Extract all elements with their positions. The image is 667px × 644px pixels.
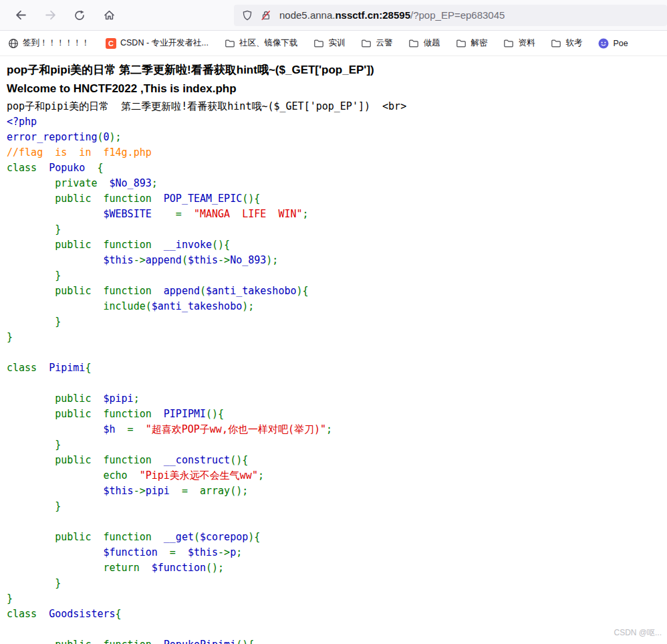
back-button[interactable] — [9, 5, 32, 26]
browser-chrome: node5.anna.nssctf.cn:28595/?pop_EP=ep683… — [0, 0, 667, 56]
code-line: //flag is in f14g.php — [7, 145, 660, 160]
code-line: } — [7, 591, 660, 607]
bookmark-label: CSDN - 专业开发者社... — [120, 37, 209, 49]
code-line — [7, 376, 660, 391]
code-line — [7, 514, 660, 530]
folder-icon — [503, 38, 514, 49]
page-content: pop子和pipi美的日常 第二季更新啦!看番获取hint哦~($_GET['p… — [0, 56, 667, 644]
bookmark-item[interactable]: 做题 — [408, 37, 440, 49]
bookmark-label: 实训 — [328, 37, 345, 49]
folder-icon — [313, 38, 324, 49]
tracking-protection-shield-icon[interactable] — [242, 10, 253, 21]
browser-toolbar: node5.anna.nssctf.cn:28595/?pop_EP=ep683… — [0, 0, 667, 31]
code-line: public function __construct(){ — [7, 453, 660, 468]
code-line: $this->append($this->No_893); — [7, 253, 660, 268]
url-text: node5.anna.nssctf.cn:28595/?pop_EP=ep683… — [279, 9, 505, 21]
folder-icon — [361, 38, 372, 49]
code-line: } — [7, 499, 660, 514]
code-line: error_reporting(0); — [7, 130, 660, 145]
home-icon — [104, 9, 115, 21]
code-line: $function = $this->p; — [7, 545, 660, 560]
bookmark-label: 软考 — [565, 37, 582, 49]
bookmark-item[interactable]: Poe — [598, 38, 628, 49]
csdn-watermark: CSDN @呕... — [612, 627, 664, 639]
bookmark-label: 做题 — [423, 37, 440, 49]
folder-icon — [456, 38, 466, 49]
welcome-text: Welcome to HNCTF2022 ,This is index.php — [7, 82, 660, 96]
code-line — [7, 345, 660, 360]
code-line: } — [7, 330, 660, 345]
bookmark-label: 资料 — [518, 37, 535, 49]
code-line: <?php — [7, 114, 660, 130]
bookmark-item[interactable]: CCSDN - 专业开发者社... — [106, 37, 209, 49]
php-source-code: <?phperror_reporting(0);//flag is in f14… — [7, 114, 660, 644]
code-line: public $pipi; — [7, 391, 660, 407]
reload-icon — [74, 10, 85, 21]
code-line: class Pipimi{ — [7, 360, 660, 376]
bookmark-label: 云警 — [376, 37, 392, 49]
bookmark-item[interactable]: 云警 — [361, 37, 392, 49]
code-line: $h = "超喜欢POP子ww,你也一样对吧(举刀)"; — [7, 422, 660, 437]
code-line — [7, 622, 660, 637]
code-line: include($anti_takeshobo); — [7, 299, 660, 314]
csdn-icon: C — [106, 38, 116, 49]
code-line: public function PopukoPipimi(){ — [7, 637, 660, 644]
echo-output-line: pop子和pipi美的日常 第二季更新啦!看番获取hint哦~($_GET['p… — [7, 99, 660, 114]
code-line: public function append($anti_takeshobo){ — [7, 284, 660, 299]
bookmark-item[interactable]: 解密 — [456, 37, 487, 49]
code-line: public function __invoke(){ — [7, 237, 660, 253]
url-domain: nssctf.cn — [335, 9, 379, 21]
folder-icon — [225, 38, 235, 49]
code-line: } — [7, 222, 660, 237]
code-line: public function PIPIPMI(){ — [7, 407, 660, 422]
url-subdomain: node5.anna. — [279, 9, 335, 21]
bookmark-label: 社区、镜像下载 — [239, 37, 298, 49]
forward-arrow-icon — [45, 9, 56, 21]
bookmark-label: 解密 — [471, 37, 487, 49]
bookmark-item[interactable]: 签到！！！！！！ — [8, 37, 90, 49]
bookmark-item[interactable]: 资料 — [503, 37, 535, 49]
reload-button[interactable] — [68, 5, 91, 26]
home-button[interactable] — [98, 5, 120, 26]
url-path: /?pop_EP=ep683045 — [410, 9, 505, 21]
folder-icon — [408, 38, 419, 49]
poe-icon — [598, 38, 609, 49]
code-line: } — [7, 268, 660, 284]
forward-button[interactable] — [39, 5, 61, 26]
bookmark-item[interactable]: 实训 — [313, 37, 345, 49]
bookmark-item[interactable]: 社区、镜像下载 — [225, 37, 298, 49]
code-line: class Popuko { — [7, 160, 660, 176]
code-line: } — [7, 314, 660, 330]
url-port: :28595 — [379, 9, 410, 21]
bookmark-item[interactable]: 软考 — [551, 37, 582, 49]
code-line: private $No_893; — [7, 176, 660, 191]
code-line: $this->pipi = array(); — [7, 484, 660, 499]
code-line: public function POP_TEAM_EPIC(){ — [7, 191, 660, 207]
address-bar[interactable]: node5.anna.nssctf.cn:28595/?pop_EP=ep683… — [234, 5, 667, 26]
code-line: public function __get($corepop){ — [7, 530, 660, 545]
bookmark-label: Poe — [613, 39, 628, 48]
bookmark-label: 签到！！！！！！ — [23, 37, 90, 49]
page-title: pop子和pipi美的日常 第二季更新啦!看番获取hint哦~($_GET['p… — [7, 63, 660, 78]
code-line: return $function(); — [7, 560, 660, 576]
code-line: class Goodsisters{ — [7, 607, 660, 622]
code-line: echo "Pipi美永远不会生气ww"; — [7, 468, 660, 484]
folder-icon — [551, 38, 561, 49]
code-line: } — [7, 576, 660, 591]
code-line: } — [7, 437, 660, 453]
back-arrow-icon — [15, 9, 27, 21]
insecure-connection-lock-icon[interactable] — [261, 10, 271, 21]
code-line: $WEBSITE = "MANGA LIFE WIN"; — [7, 207, 660, 222]
globe-icon — [8, 38, 19, 49]
bookmarks-bar: 签到！！！！！！CCSDN - 专业开发者社...社区、镜像下载实训云警做题解密… — [0, 31, 667, 56]
